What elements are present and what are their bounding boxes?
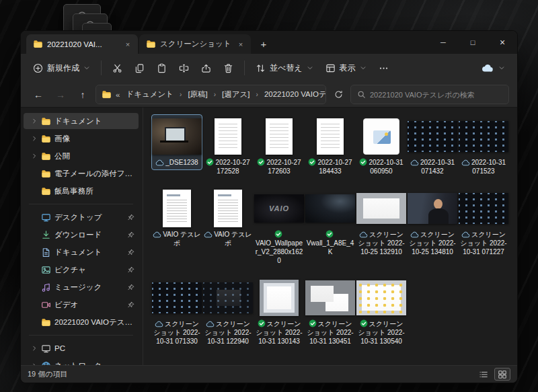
- file-item[interactable]: Vwall_1_A8E_4K: [305, 186, 356, 260]
- explorer-tab[interactable]: スクリーンショット×: [139, 34, 251, 54]
- delete-button[interactable]: [218, 58, 239, 78]
- file-item[interactable]: 2022-10-31 071432: [407, 114, 458, 179]
- copy-button[interactable]: [129, 58, 150, 78]
- sidebar-item[interactable]: ドキュメント: [24, 244, 139, 260]
- file-name-text: Vwall_1_A8E_4K: [307, 239, 354, 256]
- sidebar-item[interactable]: ダウンロード: [24, 227, 139, 243]
- minimize-button[interactable]: ─: [428, 31, 458, 54]
- sidebar-item[interactable]: ミュージック: [24, 279, 139, 295]
- chevron-right-icon[interactable]: [30, 135, 38, 142]
- view-button[interactable]: 表示: [320, 58, 372, 78]
- breadcrumb[interactable]: «ドキュメント›[原稿]›[週アス]›20221020 VAIOテスレポ: [95, 85, 326, 104]
- navigation-pane: ドキュメント画像公開電子メールの添付ファイル飯島事務所デスクトップダウンロードド…: [21, 108, 143, 365]
- file-item[interactable]: 2022-10-31 060950: [356, 114, 407, 179]
- file-name: VAIO テスレポ: [204, 230, 252, 247]
- rename-icon: [179, 63, 189, 73]
- new-tab-button[interactable]: +: [255, 36, 272, 52]
- sidebar-item[interactable]: ネットワーク: [24, 358, 139, 365]
- explorer-tab[interactable]: 20221020 VAI...×: [26, 34, 138, 54]
- new-button[interactable]: 新規作成: [28, 58, 95, 78]
- up-button[interactable]: ↑: [73, 85, 92, 104]
- sidebar-item[interactable]: ビデオ: [24, 297, 139, 313]
- search-input[interactable]: [370, 91, 502, 99]
- file-name: スクリーンショット 2022-10-25 134810: [408, 230, 457, 256]
- thumbnail-wrap: [214, 189, 242, 228]
- file-thumbnail: [203, 282, 253, 313]
- sidebar-item[interactable]: 飯島事務所: [24, 183, 139, 199]
- large-icons-view-toggle[interactable]: [494, 368, 510, 381]
- file-item[interactable]: スクリーンショット 2022-10-31 122940: [202, 276, 254, 349]
- breadcrumb-item[interactable]: [原稿]: [186, 88, 209, 101]
- forward-button[interactable]: →: [51, 85, 70, 104]
- sort-button[interactable]: 並べ替え: [250, 58, 319, 78]
- file-item[interactable]: スクリーンショット 2022-10-31 130143: [254, 276, 305, 349]
- paste-icon: [157, 63, 167, 73]
- file-name: 2022-10-27 172603: [255, 158, 303, 175]
- toolbar-divider: [101, 61, 102, 75]
- sidebar-item[interactable]: PC: [24, 340, 139, 356]
- file-item[interactable]: スクリーンショット 2022-10-31 130451: [305, 276, 356, 349]
- file-item[interactable]: 2022-10-27 184433: [305, 114, 356, 179]
- file-item[interactable]: VAIO テスレポ: [151, 186, 202, 251]
- breadcrumb-item[interactable]: 20221020 VAIOテスレポ: [262, 88, 326, 101]
- breadcrumb-item[interactable]: [週アス]: [220, 88, 252, 101]
- chevron-right-icon[interactable]: [30, 345, 38, 352]
- sidebar-item[interactable]: 画像: [24, 130, 139, 147]
- file-item[interactable]: スクリーンショット 2022-10-25 132910: [356, 186, 407, 260]
- breadcrumb-item[interactable]: ドキュメント: [124, 88, 176, 101]
- file-thumbnail: [459, 121, 508, 152]
- sidebar-item[interactable]: 電子メールの添付ファイル: [24, 165, 139, 182]
- file-item[interactable]: スクリーンショット 2022-10-25 134810: [407, 186, 458, 260]
- folder-icon: [33, 39, 43, 49]
- file-item[interactable]: VAIOVAIO_Wallpaper_V2_2880x1620: [254, 186, 305, 268]
- command-bar: 新規作成 並べ替え 表示: [21, 54, 517, 82]
- file-name-text: VAIO テスレポ: [214, 231, 252, 247]
- breadcrumb-collapsed-marker[interactable]: «: [116, 91, 120, 99]
- refresh-button[interactable]: [330, 86, 347, 104]
- folder-icon: [41, 317, 51, 327]
- file-item[interactable]: スクリーンショット 2022-10-31 130540: [356, 276, 407, 349]
- file-item[interactable]: VAIO テスレポ: [202, 186, 254, 251]
- chevron-down-icon: [307, 65, 313, 71]
- details-view-toggle[interactable]: [475, 368, 492, 381]
- maximize-button[interactable]: □: [458, 31, 488, 54]
- item-count: 19 個の項目: [28, 369, 68, 379]
- share-button[interactable]: [196, 58, 217, 78]
- file-item[interactable]: 2022-10-27 172528: [202, 114, 254, 179]
- sidebar-item[interactable]: ドキュメント: [24, 113, 139, 129]
- thumbnail-wrap: [408, 189, 457, 228]
- file-item[interactable]: 2022-10-27 172603: [254, 114, 305, 179]
- rename-button[interactable]: [174, 58, 194, 78]
- sidebar-item[interactable]: 公開: [24, 148, 139, 164]
- chevron-right-icon[interactable]: [30, 118, 38, 124]
- paste-button[interactable]: [151, 58, 172, 78]
- tab-close-button[interactable]: ×: [235, 39, 246, 50]
- sidebar-item-label: PC: [54, 344, 134, 352]
- close-button[interactable]: ×: [488, 31, 517, 54]
- file-thumbnail: [152, 118, 202, 155]
- desktop-icon: [41, 212, 51, 223]
- file-name: 2022-10-31 071432: [408, 158, 457, 175]
- file-thumbnail: VAIO: [254, 194, 304, 223]
- sidebar-item[interactable]: デスクトップ: [24, 209, 139, 225]
- sidebar-item[interactable]: ピクチャ: [24, 262, 139, 278]
- file-thumbnail: [163, 190, 191, 227]
- file-item[interactable]: 2022-10-31 071523: [458, 114, 509, 179]
- file-thumbnail: [266, 118, 293, 155]
- file-item[interactable]: スクリーンショット 2022-10-31 071227: [458, 186, 509, 260]
- back-button[interactable]: ←: [29, 85, 48, 104]
- file-name: スクリーンショット 2022-10-31 130540: [357, 319, 406, 346]
- more-button[interactable]: [373, 58, 394, 78]
- file-item[interactable]: スクリーンショット 2022-10-31 071330: [151, 276, 202, 349]
- sidebar-item[interactable]: 20221020 VAIOテスレポ: [24, 314, 139, 330]
- file-name: スクリーンショット 2022-10-31 122940: [204, 319, 252, 346]
- status-bar: 19 個の項目: [21, 365, 517, 383]
- file-grid-row: _DSE12382022-10-27 1725282022-10-27 1726…: [151, 114, 516, 179]
- chevron-right-icon[interactable]: [30, 153, 38, 159]
- tab-close-button[interactable]: ×: [122, 39, 133, 50]
- onedrive-status-button[interactable]: [476, 58, 510, 78]
- cut-button[interactable]: [107, 58, 128, 78]
- sidebar-item-label: 電子メールの添付ファイル: [54, 169, 134, 179]
- file-item[interactable]: _DSE1238: [151, 114, 202, 170]
- search-box[interactable]: [350, 85, 509, 104]
